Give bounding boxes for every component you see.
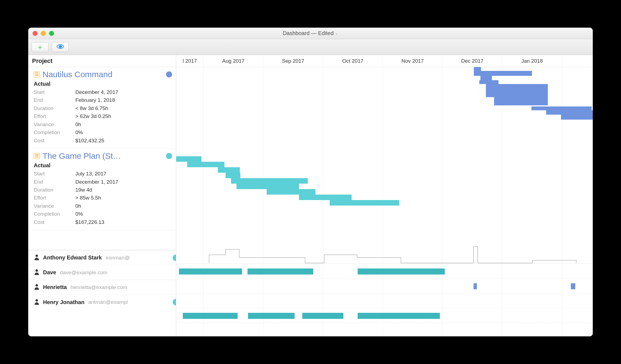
gantt-bar[interactable] [486, 84, 548, 97]
gantt-bar[interactable] [474, 67, 481, 71]
gantt-project-gameplan [176, 156, 593, 244]
resource-row-henrietta[interactable]: Henrietta henrietta@example.com [28, 280, 176, 295]
resource-lane [176, 264, 593, 279]
actual-label: Actual [34, 162, 172, 169]
resource-row-henry[interactable]: Henry Jonathan antman@exampl [28, 295, 176, 310]
month-column[interactable]: Dec 2017 [443, 55, 502, 67]
plus-icon: + [38, 44, 42, 51]
view-button[interactable] [52, 42, 69, 52]
field-variance-k: Variance [34, 202, 75, 210]
toolbar: + [28, 39, 593, 55]
resource-row-anthony[interactable]: Anthony Edward Stark ironman@ [28, 250, 176, 265]
month-column[interactable] [562, 55, 593, 67]
gantt-bar[interactable] [237, 184, 299, 189]
gantt-bar[interactable] [226, 173, 240, 178]
gantt-bar[interactable] [231, 178, 308, 184]
month-column[interactable]: Jan 2018 [502, 55, 562, 67]
resource-email: antman@exampl [88, 299, 128, 305]
svg-point-3 [36, 284, 38, 287]
resource-lane [176, 279, 593, 293]
field-variance-k: Variance [34, 120, 75, 128]
gantt-bar[interactable] [299, 195, 352, 200]
resource-bar[interactable] [358, 268, 445, 275]
gantt-bar[interactable] [480, 76, 492, 80]
gantt-bar[interactable] [531, 106, 592, 110]
project-file-icon [34, 153, 40, 159]
traffic-lights [33, 31, 54, 36]
month-column[interactable]: l 2017 [176, 55, 204, 67]
month-column[interactable]: Sep 2017 [263, 55, 323, 67]
resource-bar[interactable] [474, 283, 477, 289]
gantt-bar[interactable] [561, 115, 593, 120]
month-column[interactable]: Aug 2017 [204, 55, 263, 67]
month-column[interactable]: Oct 2017 [323, 55, 383, 67]
project-title: The Game Plan (St… [42, 151, 163, 161]
window-title-text: Dashboard — Edited [283, 30, 334, 36]
field-completion-v: 0% [75, 128, 83, 136]
fullscreen-icon[interactable] [49, 31, 54, 36]
gantt-bar[interactable] [546, 110, 593, 115]
gantt-bar[interactable] [474, 71, 532, 76]
field-duration-v: 19w 4d [75, 186, 92, 194]
gantt-bar[interactable] [330, 200, 399, 206]
field-end-k: End [34, 96, 75, 104]
person-icon [34, 254, 39, 261]
titlebar: Dashboard — Edited ⌄ [28, 28, 593, 39]
resource-row-dave[interactable]: Dave dave@example.com [28, 265, 176, 280]
add-button[interactable]: + [32, 42, 49, 52]
field-variance-v: 0h [75, 202, 81, 210]
resource-gantt-area [176, 264, 593, 323]
sidebar-header[interactable]: Project [28, 55, 176, 67]
resource-bar[interactable] [247, 268, 313, 275]
load-chart [176, 244, 593, 264]
field-effort-k: Effort [34, 194, 75, 202]
gantt-bar[interactable] [479, 80, 498, 84]
resource-lane [176, 293, 593, 308]
timeline[interactable]: l 2017Aug 2017Sep 2017Oct 2017Nov 2017De… [176, 55, 593, 336]
minimize-icon[interactable] [41, 31, 46, 36]
resource-bar[interactable] [302, 313, 343, 319]
gantt-bar[interactable] [187, 162, 224, 167]
project-card-gameplan[interactable]: The Game Plan (St… Actual StartJuly 13, … [28, 149, 176, 230]
eye-icon [56, 44, 64, 50]
field-effort-v: > 62w 3d 0.25h [75, 112, 111, 120]
field-variance-v: 0h [75, 120, 81, 128]
resource-email: dave@example.com [60, 270, 107, 276]
project-card-nautilus[interactable]: Nautilus Command Actual StartDecember 4,… [28, 67, 176, 149]
svg-point-4 [36, 299, 38, 302]
status-dot-icon [166, 153, 172, 159]
resource-name: Dave [43, 269, 56, 276]
field-cost-k: Cost [34, 218, 75, 226]
resource-bar[interactable] [183, 313, 238, 319]
svg-point-1 [36, 255, 38, 257]
gantt-bar[interactable] [494, 97, 548, 105]
sidebar-header-label: Project [32, 57, 53, 65]
resource-bar[interactable] [571, 283, 575, 289]
field-start-v: July 13, 2017 [75, 170, 106, 178]
project-title: Nautilus Command [42, 70, 163, 79]
gantt-bar[interactable] [267, 189, 315, 195]
status-half-dot-icon [173, 299, 176, 305]
field-end-k: End [34, 178, 75, 186]
gantt-bar[interactable] [176, 156, 201, 162]
resource-email: ironman@ [106, 255, 130, 261]
resource-bar[interactable] [179, 268, 242, 275]
field-effort-v: > 85w 5.5h [75, 194, 101, 202]
person-icon [34, 299, 39, 306]
field-effort-k: Effort [34, 112, 75, 120]
person-icon [34, 269, 39, 276]
resource-bar[interactable] [248, 313, 295, 319]
field-start-k: Start [34, 88, 75, 96]
resource-bar[interactable] [358, 313, 440, 319]
window-title[interactable]: Dashboard — Edited ⌄ [28, 30, 593, 36]
field-end-v: February 1, 2018 [75, 96, 115, 104]
resource-list: Anthony Edward Stark ironman@ Dave dave@… [28, 250, 176, 310]
month-column[interactable]: Nov 2017 [383, 55, 443, 67]
actual-label: Actual [34, 81, 172, 87]
gantt-bar[interactable] [218, 167, 240, 173]
person-icon [34, 284, 39, 291]
field-duration-k: Duration [34, 186, 75, 194]
field-cost-k: Cost [34, 137, 75, 145]
field-completion-k: Completion [34, 210, 75, 218]
close-icon[interactable] [33, 31, 38, 36]
